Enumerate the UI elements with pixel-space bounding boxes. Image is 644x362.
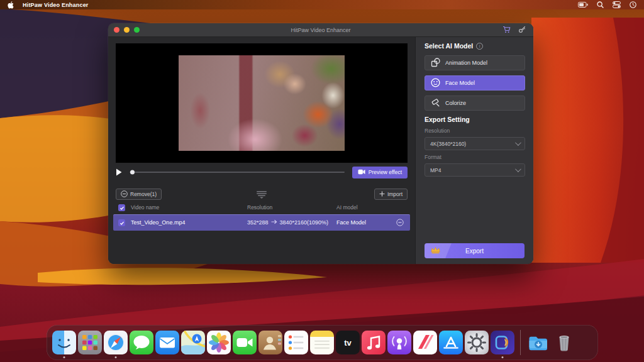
dock-icon-safari[interactable] — [104, 331, 128, 354]
player-controls: Preview effect — [116, 166, 408, 178]
collapse-handle-icon[interactable] — [256, 190, 267, 201]
model-face-label: Face Model — [445, 80, 475, 86]
row-resolution: 352*288 3840*2160(1090%) — [247, 219, 328, 226]
title-bar[interactable]: HitPaw Video Enhancer — [108, 23, 533, 37]
video-frame — [179, 55, 345, 151]
select-all-checkbox[interactable] — [118, 204, 125, 211]
list-header: Video name Resolution AI model — [113, 203, 410, 213]
progress-track[interactable] — [130, 172, 345, 173]
dock-icon-launchpad[interactable] — [78, 331, 102, 354]
model-button-colorize[interactable]: Colorize — [425, 96, 525, 111]
progress-slider[interactable] — [130, 167, 345, 178]
video-row[interactable]: Test_Video_One.mp4 352*288 3840*2160(109… — [113, 214, 410, 231]
import-button[interactable]: Import — [374, 189, 408, 200]
chevron-down-icon — [515, 140, 521, 146]
slider-knob[interactable] — [130, 170, 135, 175]
dock-icon-podcasts[interactable] — [387, 331, 411, 354]
column-video-name[interactable]: Video name — [131, 204, 159, 211]
format-label: Format — [425, 154, 525, 160]
dock-separator — [520, 330, 521, 355]
list-toolbar: Remove(1) Import — [116, 188, 408, 200]
dock-icon-messages[interactable] — [130, 331, 153, 354]
dock-icon-hitpaw[interactable] — [491, 331, 514, 354]
camera-icon — [358, 169, 365, 176]
tv-glyph: tv — [344, 338, 352, 348]
dock-icon-news[interactable] — [413, 331, 437, 354]
spotlight-icon[interactable] — [597, 1, 604, 8]
dock: tv — [47, 325, 598, 360]
row-video-name: Test_Video_One.mp4 — [131, 219, 185, 226]
preview-effect-label: Preview effect — [369, 169, 402, 175]
apple-logo-icon — [8, 1, 14, 9]
chevron-down-icon — [515, 166, 521, 172]
play-button[interactable] — [116, 168, 126, 176]
video-preview — [116, 43, 408, 163]
column-resolution[interactable]: Resolution — [247, 204, 272, 211]
remove-row-icon[interactable] — [396, 219, 404, 228]
dock-icon-music[interactable] — [362, 331, 386, 354]
arrow-right-icon — [271, 219, 277, 226]
model-button-face[interactable]: Face Model — [425, 75, 525, 90]
info-icon[interactable]: i — [476, 43, 483, 50]
row-ai-model: Face Model — [336, 219, 366, 226]
minus-circle-icon — [121, 190, 128, 199]
clock-icon[interactable] — [630, 1, 636, 8]
dock-icon-contacts[interactable] — [258, 331, 282, 354]
export-button-label: Export — [465, 248, 484, 255]
dock-icon-mail[interactable] — [155, 331, 179, 354]
remove-button-label: Remove(1) — [130, 191, 157, 197]
export-button[interactable]: Export — [425, 243, 525, 258]
dock-icon-finder[interactable] — [52, 331, 76, 354]
format-value: MP4 — [430, 167, 441, 173]
export-setting-title: Export Setting — [425, 116, 525, 123]
dock-icon-photos[interactable] — [207, 331, 231, 354]
crown-icon — [430, 246, 441, 256]
resolution-dropdown[interactable]: 4K(3840*2160) — [425, 137, 525, 150]
dock-icon-maps[interactable] — [181, 331, 205, 354]
column-ai-model[interactable]: AI model — [336, 204, 358, 211]
model-colorize-label: Colorize — [445, 100, 466, 106]
import-button-label: Import — [387, 191, 402, 197]
side-panel: Select AI Model i Animation Model Face M… — [415, 37, 533, 264]
dock-icon-facetime[interactable] — [233, 331, 257, 354]
format-dropdown[interactable]: MP4 — [425, 163, 525, 177]
dock-icon-notes[interactable] — [310, 331, 334, 354]
face-model-icon — [431, 78, 440, 89]
main-area: Preview effect Remove(1) Impor — [108, 37, 415, 264]
colorize-icon — [431, 98, 440, 109]
battery-icon[interactable] — [578, 2, 588, 8]
resolution-value: 4K(3840*2160) — [430, 141, 466, 147]
model-button-animation[interactable]: Animation Model — [425, 55, 525, 70]
dock-icon-settings[interactable] — [465, 331, 489, 354]
resolution-to: 3840*2160(1090%) — [280, 219, 329, 226]
key-icon[interactable] — [518, 25, 526, 36]
dock-icon-downloads[interactable] — [526, 331, 550, 354]
menu-bar: HitPaw Video Enhancer — [0, 0, 644, 9]
resolution-label: Resolution — [425, 128, 525, 134]
dock-icon-appstore[interactable] — [439, 331, 463, 354]
animation-model-icon — [431, 58, 440, 69]
row-checkbox[interactable] — [118, 219, 125, 226]
model-animation-label: Animation Model — [445, 60, 487, 66]
window-title: HitPaw Video Enhancer — [108, 27, 533, 33]
control-center-icon[interactable] — [613, 1, 621, 8]
menubar-app-name[interactable]: HitPaw Video Enhancer — [23, 2, 89, 8]
preview-effect-button[interactable]: Preview effect — [352, 167, 408, 178]
dock-icon-trash[interactable] — [552, 331, 576, 354]
select-ai-model-title: Select AI Model — [425, 42, 473, 50]
cart-icon[interactable] — [502, 25, 511, 36]
dock-icon-appletv[interactable]: tv — [336, 331, 360, 354]
resolution-from: 352*288 — [247, 219, 269, 226]
apple-menu[interactable] — [8, 1, 14, 9]
dock-icon-reminders[interactable] — [284, 331, 308, 354]
remove-button[interactable]: Remove(1) — [116, 189, 162, 200]
plus-icon — [379, 191, 385, 198]
app-window: HitPaw Video Enhancer — [108, 23, 533, 264]
